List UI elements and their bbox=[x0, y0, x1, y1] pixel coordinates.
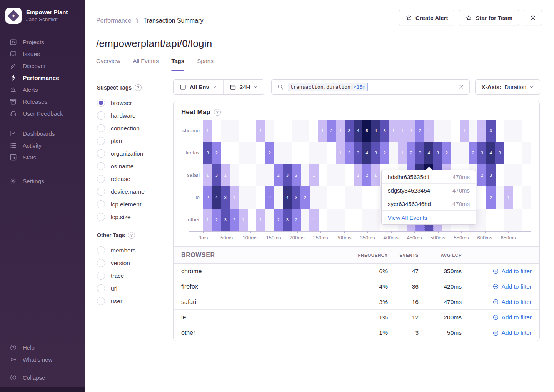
heatmap-cell[interactable]: 4 bbox=[354, 120, 363, 142]
sidebar-item-issues[interactable]: Issues bbox=[0, 48, 85, 60]
sidebar-item-discover[interactable]: Discover bbox=[0, 60, 85, 72]
radio-button[interactable] bbox=[97, 111, 105, 120]
tag-option-trace[interactable]: trace bbox=[97, 269, 166, 282]
tab-overview[interactable]: Overview bbox=[96, 58, 120, 70]
help-circle-icon[interactable]: ? bbox=[128, 232, 135, 239]
heatmap-cell[interactable]: 2 bbox=[362, 164, 372, 186]
heatmap-cell[interactable]: 1 bbox=[221, 164, 230, 186]
date-range-selector[interactable]: 24H bbox=[223, 80, 264, 94]
org-switcher[interactable]: ✦ Empower Plant Jane Schmidt bbox=[0, 0, 85, 28]
heatmap-cell[interactable]: 1 bbox=[407, 120, 416, 142]
radio-button[interactable] bbox=[97, 137, 105, 145]
xaxis-selector[interactable]: X-Axis: Duration bbox=[475, 79, 540, 95]
heatmap-cell[interactable]: 3 bbox=[486, 120, 496, 142]
heatmap-cell[interactable]: 3 bbox=[380, 120, 389, 142]
breadcrumb-performance[interactable]: Performance bbox=[96, 17, 132, 24]
add-to-filter-button[interactable]: Add to filter bbox=[492, 283, 532, 290]
tag-option-lcp-size[interactable]: lcp.size bbox=[97, 211, 166, 223]
radio-button[interactable] bbox=[97, 246, 105, 254]
star-for-team-button[interactable]: Star for Team bbox=[459, 10, 519, 25]
heatmap-cell[interactable]: 2 bbox=[327, 120, 336, 142]
tag-option-members[interactable]: members bbox=[97, 244, 166, 257]
heatmap-cell[interactable]: 2 bbox=[407, 142, 416, 164]
heatmap-cell[interactable]: 2 bbox=[265, 142, 274, 164]
heatmap-cell[interactable]: 2 bbox=[274, 164, 283, 186]
help-circle-icon[interactable]: ? bbox=[135, 84, 142, 91]
radio-button[interactable] bbox=[97, 149, 105, 158]
sidebar-item-releases[interactable]: Releases bbox=[0, 96, 85, 108]
radio-button[interactable] bbox=[97, 162, 105, 170]
heatmap-cell[interactable]: 3 bbox=[221, 186, 230, 209]
tag-option-hardware[interactable]: hardware bbox=[97, 109, 166, 122]
tab-spans[interactable]: Spans bbox=[197, 58, 214, 70]
heatmap-cell[interactable]: 2 bbox=[469, 142, 478, 164]
radio-button[interactable] bbox=[97, 284, 105, 292]
heatmap-cell[interactable]: 1 bbox=[336, 120, 345, 142]
settings-gear-button[interactable] bbox=[524, 10, 542, 25]
heatmap-cell[interactable]: 3 bbox=[221, 209, 230, 231]
heatmap-cell[interactable]: 1 bbox=[309, 164, 319, 186]
add-to-filter-button[interactable]: Add to filter bbox=[492, 314, 532, 321]
heatmap-cell[interactable]: 1 bbox=[371, 164, 380, 186]
heatmap-cell[interactable]: 4 bbox=[424, 142, 434, 164]
heatmap-cell[interactable]: 1 bbox=[203, 209, 212, 231]
heatmap-cell[interactable]: 2 bbox=[212, 209, 221, 231]
heatmap-cell[interactable]: 1 bbox=[239, 209, 248, 231]
add-to-filter-button[interactable]: Add to filter bbox=[492, 329, 532, 336]
heatmap-cell[interactable]: 2 bbox=[292, 209, 301, 231]
tag-option-release[interactable]: release bbox=[97, 173, 166, 185]
heatmap-cell[interactable]: 3 bbox=[292, 186, 301, 209]
tag-option-url[interactable]: url bbox=[97, 282, 166, 295]
add-to-filter-button[interactable]: Add to filter bbox=[492, 299, 532, 306]
sidebar-item-performance[interactable]: Performance bbox=[0, 72, 85, 84]
tooltip-event-row[interactable]: sdgsty34523454470ms bbox=[382, 184, 476, 197]
heatmap-cell[interactable]: 5 bbox=[362, 120, 372, 142]
heatmap-cell[interactable]: 2 bbox=[486, 186, 496, 209]
radio-button[interactable] bbox=[97, 175, 105, 183]
heatmap-cell[interactable]: 2 bbox=[265, 186, 274, 209]
radio-button[interactable] bbox=[97, 200, 105, 208]
heatmap-cell[interactable]: 3 bbox=[354, 142, 363, 164]
heatmap-cell[interactable]: 2 bbox=[292, 164, 301, 186]
heatmap-cell[interactable]: 1 bbox=[504, 186, 513, 209]
heatmap-cell[interactable]: 1 bbox=[460, 120, 469, 142]
tag-option-user[interactable]: user bbox=[97, 295, 166, 307]
heatmap-cell[interactable]: 2 bbox=[212, 142, 221, 164]
tag-option-version[interactable]: version bbox=[97, 257, 166, 269]
heatmap-cell[interactable]: 3 bbox=[416, 142, 425, 164]
tag-option-connection[interactable]: connection bbox=[97, 122, 166, 135]
heatmap-cell[interactable]: 2 bbox=[300, 186, 310, 209]
radio-button[interactable] bbox=[97, 213, 105, 221]
heatmap-cell[interactable]: 3 bbox=[486, 164, 496, 186]
sidebar-item-help[interactable]: Help bbox=[0, 342, 85, 354]
heatmap-cell[interactable]: 3 bbox=[283, 209, 292, 231]
radio-button[interactable] bbox=[97, 297, 105, 305]
heatmap-cell[interactable]: 4 bbox=[371, 120, 380, 142]
sidebar-item-activity[interactable]: Activity bbox=[0, 140, 85, 151]
heatmap-cell[interactable]: 3 bbox=[212, 164, 221, 186]
create-alert-button[interactable]: Create Alert bbox=[399, 10, 454, 25]
tooltip-event-row[interactable]: syer63456346hd470ms bbox=[382, 197, 476, 211]
view-all-events-link[interactable]: View All Events bbox=[382, 211, 476, 224]
heatmap-cell[interactable]: 2 bbox=[203, 186, 212, 209]
heatmap-cell[interactable]: 3 bbox=[283, 164, 292, 186]
heatmap-cell[interactable]: 3 bbox=[477, 142, 487, 164]
heatmap-cell[interactable]: 3 bbox=[203, 142, 212, 164]
heatmap-cell[interactable]: 2 bbox=[416, 120, 425, 142]
tag-option-plan[interactable]: plan bbox=[97, 135, 166, 147]
tab-tags[interactable]: Tags bbox=[171, 58, 184, 70]
heatmap-cell[interactable]: 2 bbox=[380, 142, 389, 164]
heatmap-cell[interactable]: 3 bbox=[495, 142, 504, 164]
radio-button[interactable] bbox=[97, 188, 105, 196]
heatmap-cell[interactable]: 2 bbox=[477, 164, 487, 186]
heatmap-cell[interactable]: 4 bbox=[486, 142, 496, 164]
heatmap-cell[interactable]: 3 bbox=[371, 142, 380, 164]
radio-button[interactable] bbox=[97, 124, 105, 132]
heatmap-cell[interactable]: 1 bbox=[309, 209, 319, 231]
sidebar-item-stats[interactable]: Stats bbox=[0, 151, 85, 163]
heatmap-cell[interactable]: 1 bbox=[256, 209, 265, 231]
radio-button[interactable] bbox=[97, 259, 105, 267]
environment-selector[interactable]: All Env bbox=[174, 80, 223, 94]
tag-option-organization[interactable]: organization bbox=[97, 147, 166, 160]
tag-option-device-name[interactable]: device.name bbox=[97, 185, 166, 198]
